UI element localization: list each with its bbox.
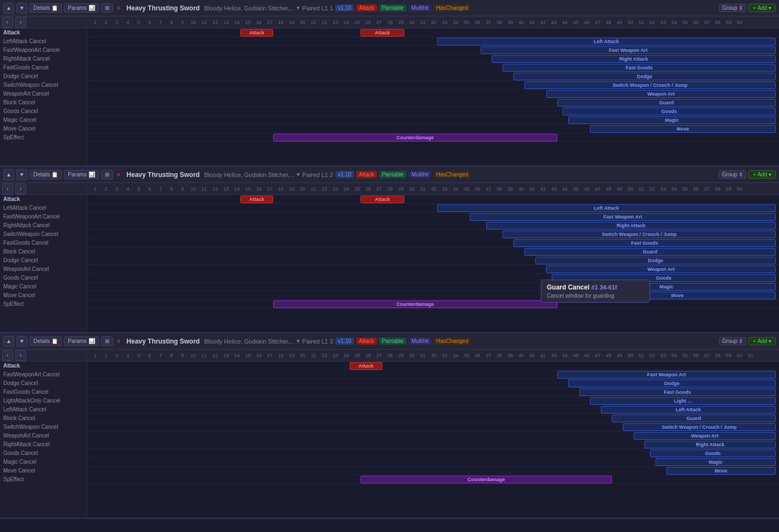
timeline-block[interactable]: Counterdamage [273,134,557,141]
timeline-block[interactable]: Attack [361,196,404,203]
scroll-right-button[interactable]: › [15,350,26,361]
group-button[interactable]: Group ⇕ [719,4,747,12]
attack-badge[interactable]: Attack [356,4,377,11]
frame-number: 1 [90,20,101,25]
multihit-badge[interactable]: Multihit [409,171,432,178]
frame-number: 36 [472,186,483,192]
timeline-block[interactable]: Fast Weapon Art [481,46,776,54]
params-button[interactable]: Params 📊 [64,336,98,346]
timeline-block[interactable]: Left Attack [437,38,776,45]
haschanged-badge[interactable]: HasChanged [434,171,471,178]
close-button[interactable]: × [115,171,122,179]
row-label: LeftAttack Cancel [0,204,87,212]
details-button[interactable]: Details 📋 [29,3,62,13]
scroll-right-button[interactable]: › [15,184,26,194]
timeline-block[interactable]: Magic [656,458,776,466]
timeline-block[interactable]: Switch Weapon / Crouch / Jump [623,423,776,431]
timeline-block[interactable]: Guard [557,99,776,107]
timeline-block[interactable]: Weapon Art [546,90,776,98]
timeline-block[interactable]: Move [666,467,776,475]
grid-button[interactable]: ⊞ [101,3,113,13]
parriable-badge[interactable]: Parriable [379,171,406,178]
version-badge: v1.10 [335,171,354,178]
close-button[interactable]: × [115,338,122,345]
parriable-badge[interactable]: Parriable [379,4,406,11]
add-button[interactable]: + Add ▾ [748,170,776,179]
move-up-button[interactable]: ▲ [3,3,14,14]
timeline-block[interactable]: Weapon Art [634,432,776,440]
timeline-block[interactable]: Dodge [535,257,776,264]
group-button[interactable]: Group ⇕ [719,337,747,345]
timeline-block[interactable]: Dodge [514,73,776,80]
frame-number: 52 [647,353,658,358]
scroll-left-button[interactable]: ‹ [2,350,13,361]
move-down-button[interactable]: ▼ [16,3,27,14]
timeline-block[interactable]: Move [590,125,776,133]
dropdown-arrow[interactable]: ▾ [297,171,300,178]
details-button[interactable]: Details 📋 [29,336,62,346]
add-button[interactable]: + Add ▾ [748,337,776,345]
timeline-block[interactable]: Goods [650,450,776,457]
move-down-button[interactable]: ▼ [16,336,27,347]
frame-number: 7 [155,186,166,192]
frame-number: 41 [527,20,538,25]
timeline-block[interactable]: Attack [240,29,273,37]
grid-button[interactable]: ⊞ [101,170,113,179]
dropdown-arrow[interactable]: ▾ [297,338,300,345]
timeline-block[interactable]: Fast Goods [514,239,776,247]
timeline-block[interactable]: Guard [524,248,776,256]
timeline-block[interactable]: Magic [568,116,776,124]
row-label: Move Cancel [0,466,87,475]
timeline-block[interactable]: Fast Weapon Art [557,371,776,379]
move-up-button[interactable]: ▲ [3,169,14,180]
parriable-badge[interactable]: Parriable [379,338,406,345]
timeline-block[interactable]: Attack [350,362,382,370]
timeline-block[interactable]: Light ... [590,397,776,405]
timeline-block[interactable]: Weapon Art [546,265,776,273]
timeline-block[interactable]: Left Attack [437,204,776,212]
scroll-right-button[interactable]: › [15,17,26,28]
timeline-block[interactable]: Right Attack [645,441,776,448]
timeline-block[interactable]: Left Attack [601,406,776,413]
track-row: Goods [87,449,779,458]
timeline-block[interactable]: Goods [563,108,776,115]
attack-badge[interactable]: Attack [356,338,377,345]
frame-number: 3 [111,20,122,25]
timeline-block[interactable]: Fast Goods [579,388,776,396]
close-button[interactable]: × [115,4,122,12]
timeline-block[interactable]: Fast Weapon Art [470,213,776,221]
details-button[interactable]: Details 📋 [29,170,62,179]
scroll-left-button[interactable]: ‹ [2,184,13,194]
move-down-button[interactable]: ▼ [16,169,27,180]
scroll-left-button[interactable]: ‹ [2,17,13,28]
timeline-block[interactable]: Attack [361,29,404,37]
timeline-block[interactable]: Switch Weapon / Crouch / Jump [524,81,776,89]
dropdown-arrow[interactable]: ▾ [297,4,300,11]
timeline-block[interactable]: Right Attack [486,222,776,229]
timeline-block[interactable]: Dodge [568,380,776,387]
haschanged-badge[interactable]: HasChanged [434,338,471,345]
group-button[interactable]: Group ⇕ [719,170,747,179]
timeline-block[interactable]: Counterdamage [361,476,612,483]
timeline-block[interactable]: Guard [612,415,776,422]
track-row: Magic [87,458,779,466]
params-button[interactable]: Params 📊 [64,3,98,13]
timeline-block[interactable]: Right Attack [492,55,776,63]
timeline-block[interactable]: Attack [240,196,273,203]
grid-button[interactable]: ⊞ [101,336,113,346]
haschanged-badge[interactable]: HasChanged [434,4,471,11]
frame-number: 48 [603,20,614,25]
timeline-block[interactable]: Fast Goods [503,64,776,72]
frame-number: 50 [625,20,636,25]
move-up-button[interactable]: ▲ [3,336,14,347]
params-button[interactable]: Params 📊 [64,170,98,179]
attack-badge[interactable]: Attack [356,171,377,178]
multihit-badge[interactable]: Multihit [409,4,432,11]
track-row: Counterdamage [87,475,779,484]
timeline-block[interactable]: Switch Weapon / Crouch / Jump [503,230,776,238]
frame-number: 34 [450,353,461,358]
frame-number: 27 [374,186,385,192]
add-button[interactable]: + Add ▾ [748,4,776,12]
multihit-badge[interactable]: Multihit [409,338,432,345]
timeline-block[interactable]: Counterdamage [273,300,557,308]
